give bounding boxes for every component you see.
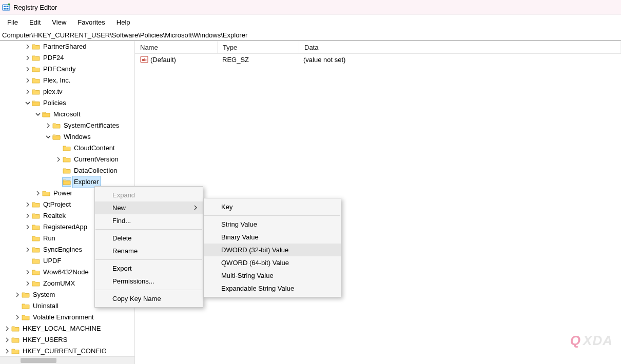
tree-item[interactable]: HKEY_CURRENT_CONFIG xyxy=(0,346,134,357)
chevron-right-icon[interactable] xyxy=(3,325,11,333)
menu-item[interactable]: Delete xyxy=(95,232,203,245)
menu-item[interactable]: Export xyxy=(95,262,203,275)
folder-icon xyxy=(42,110,50,118)
context-submenu-new[interactable]: KeyString ValueBinary ValueDWORD (32-bit… xyxy=(203,198,341,297)
tree-item[interactable]: Windows xyxy=(0,131,134,143)
menu-item[interactable]: Rename xyxy=(95,245,203,257)
chevron-right-icon[interactable] xyxy=(34,189,42,197)
tree-item-label: HKEY_CURRENT_CONFIG xyxy=(22,346,108,357)
menu-help[interactable]: Help xyxy=(111,17,135,27)
chevron-right-icon xyxy=(193,205,198,211)
chevron-right-icon[interactable] xyxy=(24,279,32,288)
chevron-right-icon[interactable] xyxy=(13,291,22,299)
string-value-icon: ab xyxy=(140,55,148,64)
tree-item[interactable]: SystemCertificates xyxy=(0,120,134,131)
menu-item[interactable]: Multi-String Value xyxy=(204,269,341,282)
tree-item-label: UPDF xyxy=(42,255,62,267)
tree-item[interactable]: PDF24 xyxy=(0,52,134,64)
tree-item-label: Wow6432Node xyxy=(42,267,90,278)
tree-item-label: plex.tv xyxy=(42,86,64,97)
tree-item-label: Power xyxy=(52,188,73,199)
folder-icon xyxy=(32,212,40,220)
menu-item[interactable]: Copy Key Name xyxy=(95,292,203,305)
folder-icon xyxy=(63,155,71,164)
menu-item[interactable]: String Value xyxy=(204,218,341,231)
menu-item-label: Expandable String Value xyxy=(221,285,294,292)
menu-item[interactable]: QWORD (64-bit) Value xyxy=(204,256,341,269)
menu-separator xyxy=(95,290,202,290)
folder-icon xyxy=(52,122,61,130)
menu-item-label: Multi-String Value xyxy=(221,272,274,279)
menu-item[interactable]: New xyxy=(95,201,203,214)
chevron-down-icon[interactable] xyxy=(34,110,42,118)
menu-item-label: Delete xyxy=(112,234,132,242)
tree-item[interactable]: plex.tv xyxy=(0,86,134,97)
menu-item[interactable]: Binary Value xyxy=(204,231,341,244)
chevron-right-icon[interactable] xyxy=(24,200,32,209)
chevron-right-icon[interactable] xyxy=(24,223,32,231)
menu-item[interactable]: DWORD (32-bit) Value xyxy=(204,244,341,256)
tree-item[interactable]: Policies xyxy=(0,97,134,109)
chevron-right-icon[interactable] xyxy=(24,43,32,51)
tree-item[interactable]: PDFCandy xyxy=(0,64,134,75)
svg-rect-2 xyxy=(7,6,9,7)
menu-item-label: Binary Value xyxy=(221,233,259,241)
tree-item[interactable]: Plex, Inc. xyxy=(0,75,134,86)
tree-item[interactable]: HKEY_LOCAL_MACHINE xyxy=(0,323,134,334)
folder-icon xyxy=(32,223,40,231)
chevron-right-icon[interactable] xyxy=(24,65,32,73)
folder-icon xyxy=(32,279,40,288)
list-row[interactable]: ab (Default)REG_SZ(value not set) xyxy=(135,54,621,65)
svg-rect-4 xyxy=(7,8,9,10)
tree-item[interactable]: HKEY_USERS xyxy=(0,334,134,346)
svg-point-5 xyxy=(8,4,10,6)
address-bar[interactable]: Computer\HKEY_CURRENT_USER\Software\Poli… xyxy=(0,29,621,41)
menu-item[interactable]: Permissions... xyxy=(95,275,203,288)
menu-view[interactable]: View xyxy=(47,17,71,27)
chevron-right-icon[interactable] xyxy=(3,336,11,344)
chevron-right-icon[interactable] xyxy=(24,268,32,276)
tree-item[interactable]: PartnerShared xyxy=(0,41,134,52)
menu-favorites[interactable]: Favorites xyxy=(72,17,110,27)
chevron-right-icon[interactable] xyxy=(24,88,32,96)
scrollbar-thumb[interactable] xyxy=(21,358,56,363)
menu-bar: File Edit View Favorites Help xyxy=(0,15,621,29)
context-menu[interactable]: ExpandNewFind...DeleteRenameExportPermis… xyxy=(94,186,203,308)
chevron-right-icon[interactable] xyxy=(3,347,11,355)
folder-icon xyxy=(11,325,20,333)
chevron-right-icon[interactable] xyxy=(44,122,52,130)
chevron-right-icon[interactable] xyxy=(24,212,32,220)
menu-separator xyxy=(95,259,202,260)
tree-item[interactable]: Volatile Environment xyxy=(0,312,134,323)
menu-separator xyxy=(95,229,202,230)
tree-item-label: SystemCertificates xyxy=(63,120,120,131)
folder-icon xyxy=(32,200,40,209)
chevron-right-icon[interactable] xyxy=(13,313,22,321)
chevron-right-icon[interactable] xyxy=(24,54,32,62)
chevron-right-icon[interactable] xyxy=(54,155,63,164)
chevron-right-icon[interactable] xyxy=(24,246,32,254)
folder-icon xyxy=(11,347,20,355)
chevron-down-icon[interactable] xyxy=(44,133,52,141)
chevron-down-icon[interactable] xyxy=(24,99,32,107)
tree-item-label: QtProject xyxy=(42,199,72,210)
menu-item-label: Rename xyxy=(112,247,138,255)
tree-item[interactable]: CurrentVersion xyxy=(0,154,134,165)
folder-icon xyxy=(32,246,40,254)
menu-item[interactable]: Find... xyxy=(95,214,203,227)
tree-item-label: Realtek xyxy=(42,210,67,221)
menu-edit[interactable]: Edit xyxy=(24,17,46,27)
tree-item[interactable]: DataCollection xyxy=(0,165,134,176)
column-data[interactable]: Data xyxy=(299,41,621,53)
tree-item[interactable]: Microsoft xyxy=(0,109,134,120)
menu-item[interactable]: Key xyxy=(204,200,341,213)
menu-file[interactable]: File xyxy=(2,17,23,27)
menu-item-label: DWORD (32-bit) Value xyxy=(221,246,288,254)
menu-item-label: Key xyxy=(221,203,232,211)
chevron-right-icon[interactable] xyxy=(24,76,32,85)
menu-item[interactable]: Expandable String Value xyxy=(204,282,341,295)
column-type[interactable]: Type xyxy=(218,41,299,53)
column-name[interactable]: Name xyxy=(135,41,218,53)
tree-item[interactable]: CloudContent xyxy=(0,143,134,154)
tree-horizontal-scrollbar[interactable] xyxy=(0,356,134,364)
